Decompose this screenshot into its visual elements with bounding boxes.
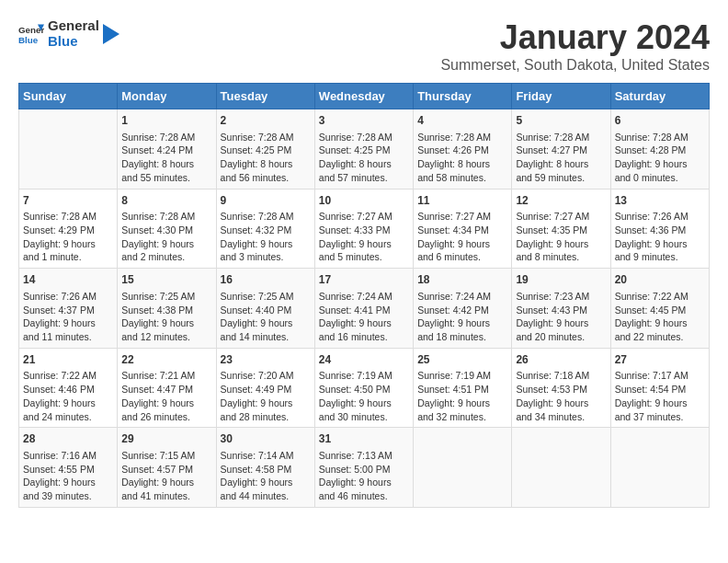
calendar-cell: 11Sunrise: 7:27 AM Sunset: 4:34 PM Dayli… xyxy=(414,189,512,269)
day-of-week-header: Friday xyxy=(512,84,610,109)
calendar-table: SundayMondayTuesdayWednesdayThursdayFrid… xyxy=(18,83,710,508)
day-number: 15 xyxy=(121,272,211,288)
page-subtitle: Summerset, South Dakota, United States xyxy=(440,57,710,74)
cell-content: Sunrise: 7:27 AM Sunset: 4:34 PM Dayligh… xyxy=(417,210,507,264)
logo-blue-text: Blue xyxy=(48,34,99,50)
calendar-cell: 22Sunrise: 7:21 AM Sunset: 4:47 PM Dayli… xyxy=(118,348,216,428)
cell-content: Sunrise: 7:28 AM Sunset: 4:30 PM Dayligh… xyxy=(121,210,211,264)
cell-content: Sunrise: 7:17 AM Sunset: 4:54 PM Dayligh… xyxy=(615,369,705,423)
calendar-cell: 21Sunrise: 7:22 AM Sunset: 4:46 PM Dayli… xyxy=(19,348,118,428)
calendar-body: 1Sunrise: 7:28 AM Sunset: 4:24 PM Daylig… xyxy=(19,109,710,508)
cell-content: Sunrise: 7:19 AM Sunset: 4:51 PM Dayligh… xyxy=(417,369,507,423)
calendar-cell xyxy=(610,428,709,508)
cell-content: Sunrise: 7:28 AM Sunset: 4:25 PM Dayligh… xyxy=(319,131,409,185)
day-number: 8 xyxy=(121,193,211,209)
day-number: 19 xyxy=(516,272,606,288)
cell-content: Sunrise: 7:25 AM Sunset: 4:40 PM Dayligh… xyxy=(221,290,311,344)
day-number: 16 xyxy=(221,272,311,288)
title-area: January 2024 Summerset, South Dakota, Un… xyxy=(440,18,710,74)
day-number: 28 xyxy=(23,431,113,447)
calendar-cell: 16Sunrise: 7:25 AM Sunset: 4:40 PM Dayli… xyxy=(216,269,314,349)
cell-content: Sunrise: 7:13 AM Sunset: 5:00 PM Dayligh… xyxy=(319,449,409,503)
calendar-cell: 1Sunrise: 7:28 AM Sunset: 4:24 PM Daylig… xyxy=(118,109,216,190)
cell-content: Sunrise: 7:26 AM Sunset: 4:36 PM Dayligh… xyxy=(615,210,705,264)
day-number: 13 xyxy=(615,193,705,209)
calendar-week-row: 28Sunrise: 7:16 AM Sunset: 4:55 PM Dayli… xyxy=(19,428,710,508)
day-number: 3 xyxy=(319,113,409,129)
logo-general-text: General xyxy=(48,18,99,34)
cell-content: Sunrise: 7:22 AM Sunset: 4:45 PM Dayligh… xyxy=(615,290,705,344)
calendar-cell: 13Sunrise: 7:26 AM Sunset: 4:36 PM Dayli… xyxy=(610,189,709,269)
cell-content: Sunrise: 7:28 AM Sunset: 4:29 PM Dayligh… xyxy=(23,210,113,264)
calendar-cell: 9Sunrise: 7:28 AM Sunset: 4:32 PM Daylig… xyxy=(216,189,314,269)
calendar-cell: 3Sunrise: 7:28 AM Sunset: 4:25 PM Daylig… xyxy=(314,109,413,190)
day-of-week-header: Monday xyxy=(118,84,216,109)
cell-content: Sunrise: 7:27 AM Sunset: 4:35 PM Dayligh… xyxy=(516,210,606,264)
calendar-cell: 28Sunrise: 7:16 AM Sunset: 4:55 PM Dayli… xyxy=(19,428,118,508)
calendar-cell: 25Sunrise: 7:19 AM Sunset: 4:51 PM Dayli… xyxy=(414,348,512,428)
calendar-week-row: 21Sunrise: 7:22 AM Sunset: 4:46 PM Dayli… xyxy=(19,348,710,428)
day-number: 25 xyxy=(417,352,507,368)
day-number: 20 xyxy=(615,272,705,288)
day-number: 29 xyxy=(121,431,211,447)
day-number: 5 xyxy=(516,113,606,129)
day-number: 1 xyxy=(121,113,211,129)
day-of-week-header: Thursday xyxy=(414,84,512,109)
calendar-cell: 23Sunrise: 7:20 AM Sunset: 4:49 PM Dayli… xyxy=(216,348,314,428)
cell-content: Sunrise: 7:14 AM Sunset: 4:58 PM Dayligh… xyxy=(221,449,311,503)
day-number: 17 xyxy=(319,272,409,288)
cell-content: Sunrise: 7:24 AM Sunset: 4:41 PM Dayligh… xyxy=(319,290,409,344)
calendar-cell xyxy=(414,428,512,508)
calendar-cell: 30Sunrise: 7:14 AM Sunset: 4:58 PM Dayli… xyxy=(216,428,314,508)
cell-content: Sunrise: 7:28 AM Sunset: 4:25 PM Dayligh… xyxy=(221,131,311,185)
day-number: 12 xyxy=(516,193,606,209)
calendar-cell: 15Sunrise: 7:25 AM Sunset: 4:38 PM Dayli… xyxy=(118,269,216,349)
calendar-cell: 4Sunrise: 7:28 AM Sunset: 4:26 PM Daylig… xyxy=(414,109,512,190)
logo: General Blue General Blue xyxy=(18,18,119,49)
day-number: 21 xyxy=(23,352,113,368)
cell-content: Sunrise: 7:28 AM Sunset: 4:32 PM Dayligh… xyxy=(221,210,311,264)
day-number: 10 xyxy=(319,193,409,209)
calendar-cell: 10Sunrise: 7:27 AM Sunset: 4:33 PM Dayli… xyxy=(314,189,413,269)
calendar-cell xyxy=(19,109,118,190)
header: General Blue General Blue January 2024 S… xyxy=(18,18,710,74)
day-number: 23 xyxy=(221,352,311,368)
day-number: 6 xyxy=(615,113,705,129)
page-title: January 2024 xyxy=(440,18,710,57)
calendar-cell: 20Sunrise: 7:22 AM Sunset: 4:45 PM Dayli… xyxy=(610,269,709,349)
calendar-week-row: 1Sunrise: 7:28 AM Sunset: 4:24 PM Daylig… xyxy=(19,109,710,190)
day-number: 27 xyxy=(615,352,705,368)
cell-content: Sunrise: 7:28 AM Sunset: 4:26 PM Dayligh… xyxy=(417,131,507,185)
svg-marker-3 xyxy=(103,24,119,44)
calendar-header: SundayMondayTuesdayWednesdayThursdayFrid… xyxy=(19,84,710,109)
day-number: 11 xyxy=(417,193,507,209)
calendar-cell: 29Sunrise: 7:15 AM Sunset: 4:57 PM Dayli… xyxy=(118,428,216,508)
calendar-cell: 31Sunrise: 7:13 AM Sunset: 5:00 PM Dayli… xyxy=(314,428,413,508)
day-number: 9 xyxy=(221,193,311,209)
calendar-cell: 7Sunrise: 7:28 AM Sunset: 4:29 PM Daylig… xyxy=(19,189,118,269)
cell-content: Sunrise: 7:23 AM Sunset: 4:43 PM Dayligh… xyxy=(516,290,606,344)
cell-content: Sunrise: 7:28 AM Sunset: 4:24 PM Dayligh… xyxy=(121,131,211,185)
calendar-cell: 24Sunrise: 7:19 AM Sunset: 4:50 PM Dayli… xyxy=(314,348,413,428)
day-number: 2 xyxy=(221,113,311,129)
day-of-week-header: Tuesday xyxy=(216,84,314,109)
cell-content: Sunrise: 7:28 AM Sunset: 4:28 PM Dayligh… xyxy=(615,131,705,185)
day-number: 30 xyxy=(221,431,311,447)
calendar-cell: 12Sunrise: 7:27 AM Sunset: 4:35 PM Dayli… xyxy=(512,189,610,269)
cell-content: Sunrise: 7:27 AM Sunset: 4:33 PM Dayligh… xyxy=(319,210,409,264)
day-number: 24 xyxy=(319,352,409,368)
cell-content: Sunrise: 7:19 AM Sunset: 4:50 PM Dayligh… xyxy=(319,369,409,423)
svg-text:Blue: Blue xyxy=(18,34,39,44)
cell-content: Sunrise: 7:18 AM Sunset: 4:53 PM Dayligh… xyxy=(516,369,606,423)
calendar-cell: 27Sunrise: 7:17 AM Sunset: 4:54 PM Dayli… xyxy=(610,348,709,428)
day-of-week-header: Wednesday xyxy=(314,84,413,109)
day-number: 18 xyxy=(417,272,507,288)
cell-content: Sunrise: 7:16 AM Sunset: 4:55 PM Dayligh… xyxy=(23,449,113,503)
calendar-cell: 17Sunrise: 7:24 AM Sunset: 4:41 PM Dayli… xyxy=(314,269,413,349)
cell-content: Sunrise: 7:15 AM Sunset: 4:57 PM Dayligh… xyxy=(121,449,211,503)
calendar-cell: 5Sunrise: 7:28 AM Sunset: 4:27 PM Daylig… xyxy=(512,109,610,190)
cell-content: Sunrise: 7:25 AM Sunset: 4:38 PM Dayligh… xyxy=(121,290,211,344)
day-of-week-header: Saturday xyxy=(610,84,709,109)
calendar-cell: 26Sunrise: 7:18 AM Sunset: 4:53 PM Dayli… xyxy=(512,348,610,428)
cell-content: Sunrise: 7:24 AM Sunset: 4:42 PM Dayligh… xyxy=(417,290,507,344)
